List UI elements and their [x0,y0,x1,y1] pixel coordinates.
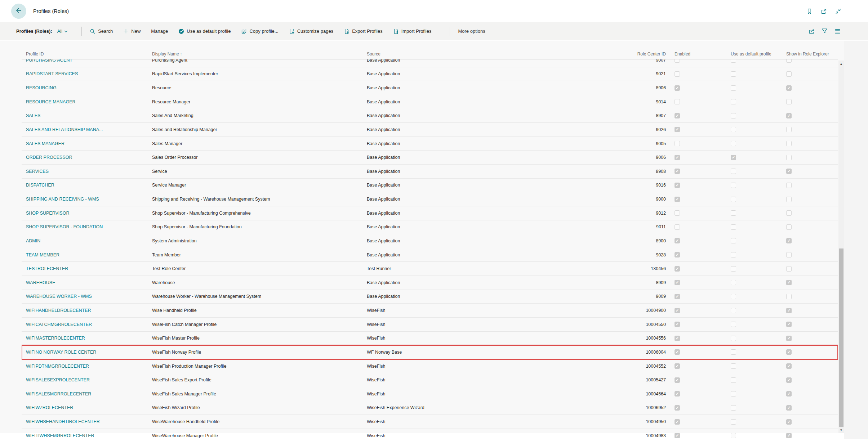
enabled-checkbox[interactable] [675,113,680,118]
open-in-new-window-icon[interactable] [821,8,827,14]
use-as-default-checkbox[interactable] [731,405,736,411]
profile-id-link[interactable]: WIFICATCHMGRROLECENTER [22,322,118,327]
column-header-use-as-default[interactable]: Use as default profile [726,51,782,59]
show-in-role-explorer-checkbox[interactable] [786,155,792,160]
enabled-checkbox[interactable] [675,99,680,104]
table-row[interactable]: RESOURCE MANAGER Resource Manager Base A… [22,95,838,109]
show-in-role-explorer-checkbox[interactable] [786,71,792,77]
profile-id-link[interactable]: RESOURCE MANAGER [22,99,118,104]
table-row[interactable]: SHOP SUPERVISOR Shop Supervisor - Manufa… [22,206,838,220]
show-in-role-explorer-checkbox[interactable] [786,197,792,202]
profile-id-link[interactable]: WIFISALESEXPROLECENTER [22,377,118,382]
scroll-down-arrow[interactable]: ▼ [838,427,844,433]
enabled-checkbox[interactable] [675,197,680,202]
column-header-source[interactable]: Source [362,51,598,59]
use-as-default-checkbox[interactable] [731,169,736,174]
table-row[interactable]: SHOP SUPERVISOR - FOUNDATION Shop Superv… [22,220,838,234]
show-in-role-explorer-checkbox[interactable] [786,210,792,216]
use-as-default-checkbox[interactable] [731,294,736,299]
use-as-default-checkbox[interactable] [731,71,736,77]
enabled-checkbox[interactable] [675,252,680,257]
use-as-default-checkbox[interactable] [731,280,736,285]
table-row[interactable]: WIFIPDTNMGRROLECENTER WiseFish Productio… [22,359,838,373]
use-as-default-checkbox[interactable] [731,266,736,272]
profile-id-link[interactable]: SALES AND RELATIONSHIP MANA... [22,127,118,132]
enabled-checkbox[interactable] [675,349,680,355]
show-in-role-explorer-checkbox[interactable] [786,266,792,272]
use-as-default-checkbox[interactable] [731,141,736,146]
use-as-default-checkbox[interactable] [731,99,736,104]
use-as-default-checkbox[interactable] [731,252,736,257]
show-in-role-explorer-checkbox[interactable] [786,280,792,285]
show-in-role-explorer-checkbox[interactable] [786,224,792,230]
view-filter-dropdown[interactable]: All [57,28,68,34]
table-row[interactable]: SALES Sales And Marketing Base Applicati… [22,109,838,123]
show-in-role-explorer-checkbox[interactable] [786,252,792,257]
table-row[interactable]: WIFISALESMGRROLECENTER WiseFish Sales Ma… [22,387,838,401]
show-in-role-explorer-checkbox[interactable] [786,113,792,118]
use-as-default-checkbox[interactable] [731,433,736,438]
table-row[interactable]: TESTROLECENTER Test Role Center Test Run… [22,262,838,276]
table-row[interactable]: RESOURCING Resource Base Application 890… [22,81,838,95]
table-row[interactable]: WIFINO NORWAY ROLE CENTER WiseFish Norwa… [22,345,838,359]
enabled-checkbox[interactable] [675,85,680,91]
profile-id-link[interactable]: SHIPPING AND RECEIVING - WMS [22,197,118,202]
show-in-role-explorer-checkbox[interactable] [786,127,792,132]
filter-funnel-icon[interactable] [822,28,828,34]
collapse-window-icon[interactable] [835,8,841,14]
column-header-display-name[interactable]: Display Name↑ [148,51,362,59]
profile-id-link[interactable]: WAREHOUSE WORKER - WMS [22,294,118,299]
table-row[interactable]: DISPATCHER Service Manager Base Applicat… [22,179,838,193]
profile-id-link[interactable]: WIFISALESMGRROLECENTER [22,391,118,397]
copy-profile-button[interactable]: Copy profile... [241,28,278,34]
table-row[interactable]: WAREHOUSE Warehouse Base Application 890… [22,276,838,290]
table-row[interactable]: WIFIWHSEHANDHTIROLECENTER WiseWarehouse … [22,415,838,429]
show-in-role-explorer-checkbox[interactable] [786,322,792,327]
list-views-icon[interactable] [834,28,841,34]
table-row[interactable]: TEAM MEMBER Team Member Base Application… [22,248,838,262]
show-in-role-explorer-checkbox[interactable] [786,141,792,146]
table-row[interactable]: SALES MANAGER Sales Manager Base Applica… [22,137,838,151]
profile-id-link[interactable]: TESTROLECENTER [22,266,118,271]
use-as-default-checkbox[interactable] [731,113,736,118]
show-in-role-explorer-checkbox[interactable] [786,59,792,63]
back-button[interactable] [11,4,26,19]
show-in-role-explorer-checkbox[interactable] [786,308,792,313]
profile-id-link[interactable]: SALES MANAGER [22,141,118,146]
use-as-default-checkbox[interactable] [731,183,736,188]
show-in-role-explorer-checkbox[interactable] [786,99,792,104]
profile-id-link[interactable]: ORDER PROCESSOR [22,155,118,160]
table-row[interactable]: WIFISALESEXPROLECENTER WiseFish Sales Ex… [22,373,838,387]
show-in-role-explorer-checkbox[interactable] [786,405,792,411]
profile-id-link[interactable]: SALES [22,113,118,118]
show-in-role-explorer-checkbox[interactable] [786,85,792,91]
use-as-default-checkbox[interactable] [731,308,736,313]
enabled-checkbox[interactable] [675,224,680,230]
search-button[interactable]: Search [90,28,113,34]
enabled-checkbox[interactable] [675,377,680,383]
enabled-checkbox[interactable] [675,155,680,160]
scrollbar-thumb[interactable] [839,248,843,427]
enabled-checkbox[interactable] [675,280,680,285]
manage-button[interactable]: Manage [151,28,168,34]
enabled-checkbox[interactable] [675,336,680,341]
enabled-checkbox[interactable] [675,363,680,369]
profile-id-link[interactable]: RAPIDSTART SERVICES [22,71,118,76]
profile-id-link[interactable]: DISPATCHER [22,183,118,188]
table-row[interactable]: RAPIDSTART SERVICES RapidStart Services … [22,67,838,81]
column-header-profile-id[interactable]: Profile ID [22,51,118,59]
table-row[interactable]: SERVICES Service Base Application 8908 [22,165,838,179]
enabled-checkbox[interactable] [675,308,680,313]
table-row[interactable]: SALES AND RELATIONSHIP MANA... Sales and… [22,123,838,137]
show-in-role-explorer-checkbox[interactable] [786,294,792,299]
enabled-checkbox[interactable] [675,294,680,299]
use-as-default-profile-button[interactable]: Use as default profile [178,28,231,34]
use-as-default-checkbox[interactable] [731,155,736,160]
new-button[interactable]: New [123,28,141,34]
enabled-checkbox[interactable] [675,183,680,188]
import-profiles-button[interactable]: Import Profiles [393,28,432,34]
use-as-default-checkbox[interactable] [731,377,736,383]
profile-id-link[interactable]: WIFIWZROLECENTER [22,405,118,410]
use-as-default-checkbox[interactable] [731,419,736,425]
table-row[interactable]: WIFIWZROLECENTER WiseFish Wizard Profile… [22,401,838,415]
